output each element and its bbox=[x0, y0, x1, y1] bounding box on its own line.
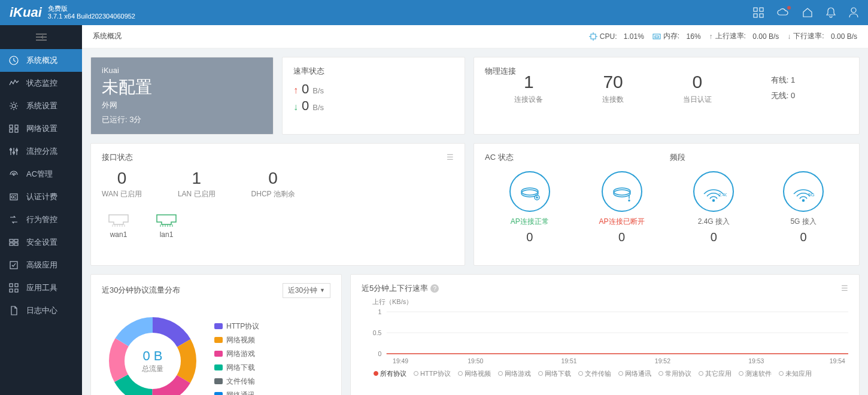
protocol-toggle[interactable]: 网络游戏 bbox=[498, 369, 531, 378]
svg-rect-28 bbox=[14, 243, 18, 245]
ac-col-2: 2.4G2.4G 接入0 bbox=[693, 171, 734, 244]
protocol-toggle[interactable]: 网络视频 bbox=[458, 369, 491, 378]
sidebar-item-network-settings[interactable]: 网络设置 bbox=[0, 117, 82, 140]
sidebar-item-system-settings[interactable]: 系统设置 bbox=[0, 95, 82, 117]
flow-control-icon bbox=[8, 146, 19, 157]
speed-line-card: 近5分钟上下行速率? ☰ 上行（KB/s） 1 0.5 0 bbox=[350, 274, 860, 395]
protocol-toggle[interactable]: 文件传输 bbox=[578, 369, 611, 378]
security-icon bbox=[8, 237, 19, 248]
legend-item[interactable]: HTTP协议 bbox=[214, 321, 259, 332]
sidebar-item-label: 流控分流 bbox=[26, 146, 57, 157]
protocol-toggle[interactable]: HTTP协议 bbox=[414, 369, 451, 378]
protocol-toggle[interactable]: 所有协议 bbox=[374, 369, 406, 378]
sidebar-item-label: 系统概况 bbox=[26, 55, 57, 66]
sidebar-item-log-center[interactable]: 日志中心 bbox=[0, 299, 82, 322]
wan-status-card: iKuai 未配置 外网 已运行: 3分 bbox=[90, 57, 274, 135]
svg-rect-2 bbox=[754, 14, 757, 17]
sidebar-toggle[interactable] bbox=[0, 25, 82, 49]
legend-item[interactable]: 网络通讯 bbox=[214, 390, 259, 395]
connection-card: 物理连接 1连接设备 70连接数 0当日认证 有线: 1 无线: 0 bbox=[474, 57, 860, 135]
app-tools-icon bbox=[8, 282, 19, 293]
protocol-toggle[interactable]: 网络下载 bbox=[538, 369, 571, 378]
network-settings-icon bbox=[8, 123, 19, 134]
svg-text:2.4G: 2.4G bbox=[718, 192, 727, 198]
sidebar-item-flow-control[interactable]: 流控分流 bbox=[0, 140, 82, 163]
sidebar-item-label: 高级应用 bbox=[26, 260, 57, 271]
svg-text:0.5: 0.5 bbox=[373, 330, 382, 336]
time-range-select[interactable]: 近30分钟 ▼ bbox=[283, 283, 330, 298]
protocol-toggle[interactable]: 常用协议 bbox=[658, 369, 691, 378]
svg-text:19:54: 19:54 bbox=[830, 358, 845, 364]
sidebar-item-label: 安全设置 bbox=[26, 237, 57, 248]
svg-point-9 bbox=[12, 104, 16, 108]
sidebar-item-ac-manage[interactable]: AC管理 bbox=[0, 163, 82, 186]
svg-text:19:49: 19:49 bbox=[393, 358, 408, 364]
svg-point-59 bbox=[629, 200, 630, 201]
sidebar-item-security[interactable]: 安全设置 bbox=[0, 231, 82, 254]
svg-text:1: 1 bbox=[378, 309, 382, 315]
ac-status-card: AC 状态 频段 AP连接正常0AP连接已断开02.4G2.4G 接入05G5G… bbox=[474, 143, 860, 266]
sidebar-item-label: 系统设置 bbox=[26, 101, 57, 111]
apps-icon[interactable] bbox=[753, 7, 764, 18]
svg-rect-27 bbox=[10, 243, 13, 245]
ac-col-0: AP连接正常0 bbox=[509, 171, 550, 244]
sidebar-item-auth-billing[interactable]: 认证计费 bbox=[0, 186, 82, 208]
user-icon[interactable] bbox=[849, 7, 858, 18]
svg-text:5G: 5G bbox=[808, 192, 815, 198]
svg-rect-30 bbox=[10, 284, 13, 287]
port-wan1[interactable]: wan1 bbox=[107, 212, 130, 239]
ac-col-1: AP连接已断开0 bbox=[599, 171, 645, 244]
upload-stat: ↑上行速率: 0.00 B/s bbox=[709, 31, 779, 41]
svg-rect-26 bbox=[14, 239, 18, 242]
svg-rect-0 bbox=[754, 8, 757, 11]
legend-item[interactable]: 网络游戏 bbox=[214, 349, 259, 359]
svg-rect-39 bbox=[653, 34, 660, 39]
cloud-icon[interactable] bbox=[777, 8, 789, 17]
card-menu-icon[interactable]: ☰ bbox=[841, 284, 848, 293]
sidebar-item-advanced[interactable]: 高级应用 bbox=[0, 254, 82, 276]
ac-col-3: 5G5G 接入0 bbox=[783, 171, 824, 244]
legend-item[interactable]: 网络下载 bbox=[214, 363, 259, 373]
svg-rect-13 bbox=[15, 129, 18, 132]
system-settings-icon bbox=[8, 101, 19, 111]
svg-rect-40 bbox=[655, 36, 658, 38]
sidebar-item-system-overview[interactable]: 系统概况 bbox=[0, 49, 82, 72]
sidebar-item-behavior[interactable]: 行为管控 bbox=[0, 208, 82, 231]
legend-item[interactable]: 网络视频 bbox=[214, 335, 259, 345]
legend-item[interactable]: 文件传输 bbox=[214, 376, 259, 387]
interface-card: 接口状态 ☰ 0WAN 已启用 1LAN 已启用 0DHCP 池剩余 wan1 bbox=[90, 143, 465, 266]
svg-rect-12 bbox=[10, 129, 13, 132]
status-monitor-icon bbox=[8, 78, 19, 89]
svg-point-62 bbox=[803, 199, 805, 201]
help-icon[interactable]: ? bbox=[430, 284, 439, 293]
svg-point-60 bbox=[713, 199, 715, 201]
protocol-toggle[interactable]: 其它应用 bbox=[699, 369, 732, 378]
svg-rect-25 bbox=[10, 239, 13, 242]
port-lan1[interactable]: lan1 bbox=[154, 212, 178, 239]
sidebar-item-status-monitor[interactable]: 状态监控 bbox=[0, 72, 82, 95]
ac-manage-icon bbox=[8, 169, 19, 180]
protocol-toggle[interactable]: 网络通讯 bbox=[618, 369, 651, 378]
bell-icon[interactable] bbox=[826, 7, 836, 18]
protocol-toggle[interactable]: 未知应用 bbox=[779, 369, 812, 378]
sidebar-item-label: 日志中心 bbox=[26, 305, 57, 316]
svg-point-22 bbox=[11, 196, 14, 198]
svg-text:19:51: 19:51 bbox=[562, 358, 577, 364]
sidebar-item-app-tools[interactable]: 应用工具 bbox=[0, 276, 82, 299]
svg-text:0: 0 bbox=[378, 351, 382, 357]
svg-text:19:53: 19:53 bbox=[748, 358, 764, 364]
advanced-icon bbox=[8, 260, 19, 271]
download-stat: ↓下行速率: 0.00 B/s bbox=[787, 31, 857, 41]
svg-text:19:50: 19:50 bbox=[468, 358, 483, 364]
system-overview-icon bbox=[8, 55, 19, 66]
sidebar-item-label: 应用工具 bbox=[26, 282, 57, 293]
home-icon[interactable] bbox=[802, 7, 813, 18]
protocol-toggle[interactable]: 测速软件 bbox=[739, 369, 772, 378]
svg-point-53 bbox=[521, 188, 538, 195]
svg-text:19:52: 19:52 bbox=[655, 358, 670, 364]
svg-rect-34 bbox=[591, 34, 596, 39]
card-menu-icon[interactable]: ☰ bbox=[447, 153, 454, 162]
sidebar-item-label: AC管理 bbox=[26, 169, 53, 180]
sidebar-item-label: 状态监控 bbox=[26, 78, 57, 89]
page-title: 系统概况 bbox=[93, 31, 589, 41]
